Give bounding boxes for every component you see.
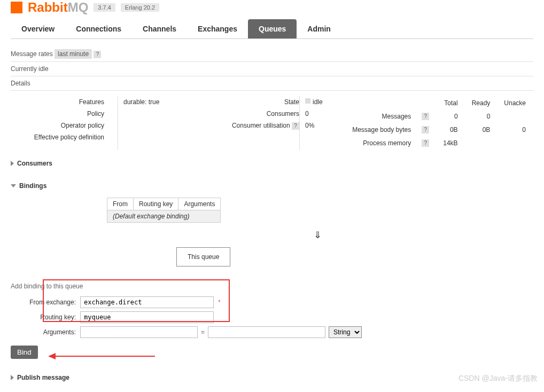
add-binding-title: Add binding to this queue <box>11 283 533 290</box>
help-icon[interactable]: ? <box>422 113 429 120</box>
annotation-arrow-icon <box>48 351 155 362</box>
state-label: State <box>224 98 299 106</box>
help-icon[interactable]: ? <box>422 126 429 134</box>
equals-sign: = <box>198 328 208 336</box>
message-rates-row: Message rates last minute ? <box>11 47 533 62</box>
consumers-value: 0 <box>305 108 342 120</box>
tab-channels[interactable]: Channels <box>132 19 187 38</box>
flow-arrow-icon: ⇓ <box>102 229 533 241</box>
logo-icon <box>11 2 22 13</box>
argument-type-select[interactable]: String <box>329 326 362 338</box>
rate-period[interactable]: last minute <box>55 49 92 59</box>
argument-value-input[interactable] <box>208 326 325 338</box>
tab-queues[interactable]: Queues <box>248 19 297 38</box>
details-label: Details <box>11 76 533 91</box>
version-badge: 3.7.4 <box>94 3 115 12</box>
stats-table: Total Ready Unacke Messages ? 0 0 Messag… <box>345 96 533 150</box>
chevron-right-icon <box>11 375 14 380</box>
help-icon[interactable]: ? <box>292 122 299 130</box>
state-value: idle <box>313 98 323 106</box>
idle-status: Currently idle <box>11 62 533 76</box>
consumers-label: Consumers <box>224 110 299 117</box>
tab-admin[interactable]: Admin <box>297 19 341 38</box>
bind-button[interactable]: Bind <box>11 346 38 359</box>
arguments-label: Arguments: <box>11 328 80 336</box>
features-label: Features <box>11 98 112 106</box>
from-exchange-input[interactable] <box>80 296 214 308</box>
utilisation-label: Consumer utilisation ? <box>224 122 299 130</box>
chevron-right-icon <box>11 161 14 166</box>
brand-name: RabbitMQ <box>28 0 88 15</box>
help-icon[interactable]: ? <box>422 139 429 147</box>
features-value: durable: true <box>123 98 224 106</box>
help-icon[interactable]: ? <box>94 51 101 58</box>
from-exchange-label: From exchange: <box>11 299 80 306</box>
consumers-section-toggle[interactable]: Consumers <box>11 160 533 167</box>
utilisation-value: 0% <box>305 120 342 131</box>
this-queue-box: This queue <box>176 247 230 266</box>
default-binding-row: (Default exchange binding) <box>107 210 221 223</box>
operator-policy-label: Operator policy <box>11 122 112 129</box>
effective-policy-label: Effective policy definition <box>11 134 112 141</box>
bindings-table: From Routing key Arguments (Default exch… <box>107 198 221 223</box>
main-tabs: Overview Connections Channels Exchanges … <box>11 19 533 39</box>
state-indicator-icon <box>305 98 310 104</box>
tab-exchanges[interactable]: Exchanges <box>187 19 248 38</box>
publish-section-toggle[interactable]: Publish message <box>11 374 533 381</box>
watermark: CSDN @Java-请多指教 <box>458 374 538 383</box>
chevron-down-icon <box>11 184 16 187</box>
svg-marker-1 <box>48 353 56 359</box>
policy-label: Policy <box>11 110 112 117</box>
bindings-section-toggle[interactable]: Bindings <box>11 182 533 190</box>
routing-key-input[interactable] <box>80 311 214 323</box>
required-indicator: * <box>218 299 221 306</box>
routing-key-label: Routing key: <box>11 313 80 321</box>
tab-overview[interactable]: Overview <box>11 19 65 38</box>
erlang-badge: Erlang 20.2 <box>121 3 159 12</box>
tab-connections[interactable]: Connections <box>65 19 132 38</box>
argument-key-input[interactable] <box>80 326 198 338</box>
